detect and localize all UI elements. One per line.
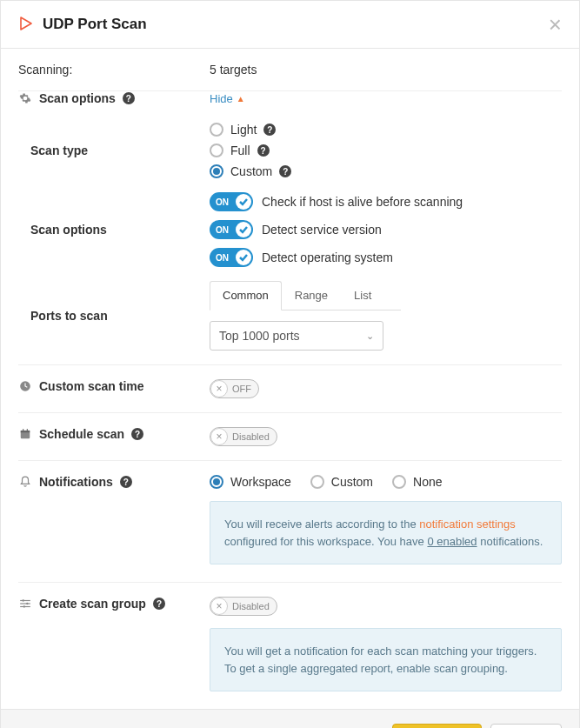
svg-rect-2	[21, 431, 30, 432]
scan-group-label: Create scan group ?	[18, 597, 210, 611]
tab-list[interactable]: List	[341, 281, 384, 310]
sliders-icon	[18, 598, 32, 610]
ports-row: Ports to scan Common Range List Top 1000…	[18, 272, 562, 364]
ports-label: Ports to scan	[18, 281, 210, 351]
help-icon[interactable]: ?	[153, 598, 165, 610]
scan-group-toggle[interactable]: × Disabled	[210, 597, 277, 616]
help-icon[interactable]: ?	[257, 144, 270, 157]
toggle-host-alive: ON Check if host is alive before scannin…	[210, 192, 562, 211]
scan-type-radio-group: Light ? Full ? Custom ?	[210, 123, 562, 178]
x-icon: ×	[210, 380, 228, 397]
toggle-switch[interactable]: ON	[210, 248, 253, 267]
notifications-info: You will receive alerts according to the…	[210, 501, 562, 564]
svg-rect-3	[23, 429, 23, 431]
toggle-os-detect: ON Detect operating system	[210, 248, 562, 267]
scan-options-header-row: Scan options ? Hide ▲	[18, 91, 562, 119]
scan-options-label: Scan options	[18, 192, 210, 267]
calendar-icon	[18, 428, 32, 440]
scan-type-custom[interactable]: Custom ?	[210, 164, 562, 178]
svg-rect-8	[20, 603, 30, 604]
hide-toggle[interactable]: Hide ▲	[210, 92, 245, 105]
scan-type-light[interactable]: Light ?	[210, 123, 562, 137]
notifications-none[interactable]: None	[392, 475, 442, 489]
svg-rect-6	[20, 600, 30, 601]
caret-up-icon: ▲	[237, 94, 245, 104]
custom-time-label: Custom scan time	[18, 379, 210, 393]
toggle-knob	[236, 250, 251, 265]
radio-icon	[210, 475, 223, 489]
modal: UDP Port Scan × Scanning: 5 targets Scan…	[0, 0, 580, 728]
scan-options-header-label: Scan options ?	[18, 91, 210, 105]
notifications-label: Notifications ?	[18, 475, 210, 489]
help-icon[interactable]: ?	[263, 124, 276, 136]
bell-icon	[18, 476, 32, 488]
scan-group-info: You will get a notification for each sca…	[210, 628, 562, 691]
radio-icon	[210, 144, 223, 157]
ports-select[interactable]: Top 1000 ports ⌄	[210, 321, 383, 351]
modal-footer: Start Scan Cancel	[1, 709, 579, 728]
x-icon: ×	[210, 428, 228, 445]
scan-options-subrows: Scan type Light ? Full ?	[18, 119, 562, 364]
close-button[interactable]: ×	[549, 13, 562, 36]
notifications-custom[interactable]: Custom	[310, 475, 373, 489]
enabled-count-link[interactable]: 0 enabled	[427, 535, 477, 548]
svg-rect-4	[27, 429, 28, 431]
radio-icon	[310, 475, 324, 489]
clock-icon	[18, 380, 32, 392]
help-icon[interactable]: ?	[279, 165, 291, 177]
chevron-down-icon: ⌄	[366, 331, 374, 342]
help-icon[interactable]: ?	[120, 476, 132, 488]
tab-range[interactable]: Range	[282, 281, 341, 310]
toggle-knob	[236, 222, 251, 237]
scan-type-label: Scan type	[18, 123, 210, 178]
scanning-value: 5 targets	[210, 63, 562, 77]
toggle-switch[interactable]: ON	[210, 192, 253, 211]
toggle-os-detect-label: Detect operating system	[262, 250, 393, 264]
notification-settings-link[interactable]: notification settings	[419, 518, 516, 531]
notifications-radio-group: Workspace Custom None	[210, 475, 562, 489]
scan-type-row: Scan type Light ? Full ?	[18, 119, 562, 184]
notifications-workspace[interactable]: Workspace	[210, 475, 291, 489]
radio-icon	[392, 475, 406, 489]
custom-time-toggle[interactable]: × OFF	[210, 379, 259, 398]
scan-type-full[interactable]: Full ?	[210, 144, 562, 157]
custom-time-row: Custom scan time × OFF	[18, 364, 562, 413]
notifications-row: Notifications ? Workspace Custom None	[18, 461, 562, 583]
schedule-row: Schedule scan ? × Disabled	[18, 413, 562, 461]
help-icon[interactable]: ?	[123, 92, 135, 104]
toggle-switch[interactable]: ON	[210, 220, 253, 239]
play-icon	[18, 16, 34, 34]
tab-common[interactable]: Common	[210, 281, 282, 311]
cancel-button[interactable]: Cancel	[490, 724, 562, 728]
header-left: UDP Port Scan	[18, 16, 147, 34]
svg-rect-10	[20, 606, 30, 607]
schedule-label: Schedule scan ?	[18, 427, 210, 441]
toggle-service-version: ON Detect service version	[210, 220, 562, 239]
gear-icon	[18, 92, 32, 104]
modal-content: Scanning: 5 targets Scan options ? Hide …	[1, 49, 579, 709]
radio-icon	[210, 123, 223, 137]
scanning-label: Scanning:	[18, 63, 210, 77]
scan-options-row: Scan options ON Check if host is alive b…	[18, 184, 562, 272]
ports-tabs: Common Range List	[210, 281, 401, 311]
radio-icon	[210, 164, 223, 178]
toggle-service-version-label: Detect service version	[262, 223, 382, 237]
toggle-knob	[236, 194, 251, 210]
modal-header: UDP Port Scan ×	[1, 1, 579, 49]
toggle-host-alive-label: Check if host is alive before scanning	[262, 195, 463, 209]
page-title: UDP Port Scan	[43, 16, 147, 33]
schedule-toggle[interactable]: × Disabled	[210, 427, 277, 446]
help-icon[interactable]: ?	[131, 428, 143, 440]
start-scan-button[interactable]: Start Scan	[392, 724, 482, 728]
scan-group-row: Create scan group ? × Disabled You will …	[18, 583, 562, 709]
scanning-row: Scanning: 5 targets	[18, 49, 562, 91]
x-icon: ×	[210, 598, 228, 615]
